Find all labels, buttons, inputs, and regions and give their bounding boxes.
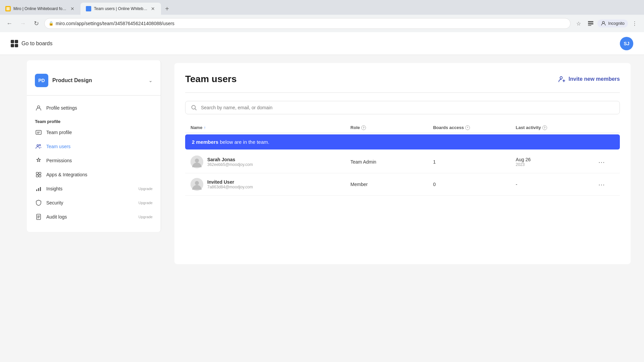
audit-logs-upgrade-badge: Upgrade	[139, 215, 153, 219]
team-name: Product Design	[52, 77, 145, 83]
user-email-sarah: 362eebb5@moodjoy.com	[207, 162, 253, 167]
boards-info-icon[interactable]: *	[465, 125, 470, 130]
tab2-title: Team users | Online Whiteboard ...	[94, 6, 148, 11]
sidebar-item-team-users-label: Team users	[46, 144, 153, 149]
svg-point-8	[39, 144, 41, 146]
team-users-icon	[35, 143, 42, 150]
invite-new-members-button[interactable]: Invite new members	[558, 75, 620, 83]
table-header: Name ↑ Role ? Boards access * Last activ…	[185, 122, 620, 133]
activity-info-icon[interactable]: ?	[542, 125, 547, 130]
col-header-activity: Last activity ?	[516, 125, 593, 130]
security-icon	[35, 199, 42, 206]
svg-rect-15	[40, 187, 41, 191]
team-chevron-icon[interactable]: ⌄	[149, 78, 153, 83]
tab-2[interactable]: Team users | Online Whiteboard ... ✕	[80, 3, 161, 15]
url-bar[interactable]: 🔒 miro.com/app/settings/team/34587645624…	[44, 18, 571, 29]
svg-point-17	[560, 77, 562, 79]
sidebar-item-audit-logs-label: Audit logs	[46, 214, 135, 220]
members-banner: 2 members below are in the team.	[185, 134, 620, 149]
tab1-close[interactable]: ✕	[70, 6, 75, 11]
sidebar-item-audit-logs[interactable]: Audit logs Upgrade	[27, 210, 161, 224]
user-role-invited: Member	[351, 182, 428, 187]
table-row: Sarah Jonas 362eebb5@moodjoy.com Team Ad…	[185, 151, 620, 173]
search-icon	[191, 105, 197, 111]
col-header-name[interactable]: Name ↑	[191, 125, 345, 130]
name-col-label: Name	[191, 125, 202, 130]
insights-upgrade-badge: Upgrade	[139, 187, 153, 191]
bookmark-button[interactable]: ☆	[573, 18, 584, 29]
user-avatar[interactable]: SJ	[620, 37, 633, 50]
team-header: PD Product Design ⌄	[27, 68, 161, 95]
audit-logs-icon	[35, 213, 42, 221]
incognito-label: Incognito	[608, 21, 625, 26]
svg-rect-12	[39, 175, 41, 177]
activity-col-label: Last activity	[516, 125, 541, 130]
profile-settings-icon	[35, 104, 42, 112]
tab2-favicon	[86, 6, 91, 11]
search-input[interactable]	[201, 105, 614, 110]
sidebar-item-profile-settings[interactable]: Profile settings	[27, 101, 161, 115]
new-tab-button[interactable]: +	[161, 3, 173, 15]
svg-rect-9	[36, 172, 38, 174]
address-actions: ☆ Incognito ⋮	[573, 18, 640, 29]
sidebar-item-permissions[interactable]: Permissions	[27, 154, 161, 168]
role-col-label: Role	[351, 125, 360, 130]
search-bar[interactable]	[185, 101, 620, 114]
user-boards-invited: 0	[433, 182, 510, 187]
tab1-favicon	[5, 6, 11, 11]
user-avatar-sarah	[191, 156, 203, 168]
forward-button[interactable]: →	[17, 18, 28, 29]
content-header: Team users Invite new members	[185, 74, 620, 93]
svg-rect-10	[39, 172, 41, 174]
user-name-sarah: Sarah Jonas	[207, 157, 253, 162]
svg-point-22	[195, 181, 199, 185]
sort-asc-icon: ↑	[204, 125, 206, 130]
refresh-button[interactable]: ↻	[31, 18, 42, 29]
sidebar-item-team-profile[interactable]: Team profile	[27, 125, 161, 139]
role-info-icon[interactable]: ?	[361, 125, 366, 130]
user-boards-sarah: 1	[433, 159, 510, 165]
back-button[interactable]: ←	[4, 18, 15, 29]
svg-rect-3	[588, 25, 591, 26]
sidebar-item-apps-integrations[interactable]: Apps & Integrations	[27, 168, 161, 182]
invite-icon	[558, 75, 566, 83]
svg-rect-13	[36, 189, 37, 191]
user-details-sarah: Sarah Jonas 362eebb5@moodjoy.com	[207, 157, 253, 167]
page-title: Team users	[185, 74, 237, 84]
team-logo: PD	[35, 74, 48, 87]
tab2-close[interactable]: ✕	[150, 6, 156, 11]
sidebar-item-team-users[interactable]: Team users	[27, 139, 161, 154]
svg-rect-1	[588, 21, 593, 22]
user-activity-invited: -	[516, 182, 593, 187]
svg-point-20	[195, 159, 199, 163]
user-avatar-invited	[191, 178, 203, 191]
lock-icon: 🔒	[49, 21, 54, 26]
more-options-button[interactable]: ⋮	[629, 18, 640, 29]
sidebar-item-insights-label: Insights	[46, 186, 135, 191]
tab-bar: Miro | Online Whiteboard for Vis... ✕ Te…	[0, 0, 644, 15]
col-header-actions	[598, 125, 614, 130]
svg-point-4	[602, 21, 604, 23]
main-layout: PD Product Design ⌄ Profile settings Tea…	[0, 55, 644, 362]
profile-settings-label: Profile settings	[46, 105, 153, 111]
profile-button[interactable]	[585, 18, 596, 29]
go-to-boards-link[interactable]: Go to boards	[11, 40, 53, 47]
user-more-button-sarah[interactable]: ···	[598, 158, 614, 166]
user-more-button-invited[interactable]: ···	[598, 181, 614, 188]
user-email-invited: 7a863d84@moodjoy.com	[207, 185, 253, 189]
app-header: Go to boards SJ	[0, 32, 644, 55]
user-info-sarah: Sarah Jonas 362eebb5@moodjoy.com	[191, 156, 345, 168]
user-info-invited: Invited User 7a863d84@moodjoy.com	[191, 178, 345, 191]
svg-rect-2	[588, 23, 593, 24]
browser-chrome: Miro | Online Whiteboard for Vis... ✕ Te…	[0, 0, 644, 32]
sidebar-divider	[27, 95, 161, 96]
address-bar: ← → ↻ 🔒 miro.com/app/settings/team/34587…	[0, 15, 644, 32]
sidebar-item-apps-label: Apps & Integrations	[46, 172, 153, 177]
team-profile-section-header: Team profile	[27, 115, 161, 125]
svg-rect-0	[6, 7, 10, 10]
security-upgrade-badge: Upgrade	[139, 201, 153, 205]
tab-1[interactable]: Miro | Online Whiteboard for Vis... ✕	[0, 3, 80, 15]
sidebar-item-insights[interactable]: Insights Upgrade	[27, 182, 161, 196]
sidebar-item-security[interactable]: Security Upgrade	[27, 196, 161, 210]
incognito-badge: Incognito	[597, 19, 628, 27]
